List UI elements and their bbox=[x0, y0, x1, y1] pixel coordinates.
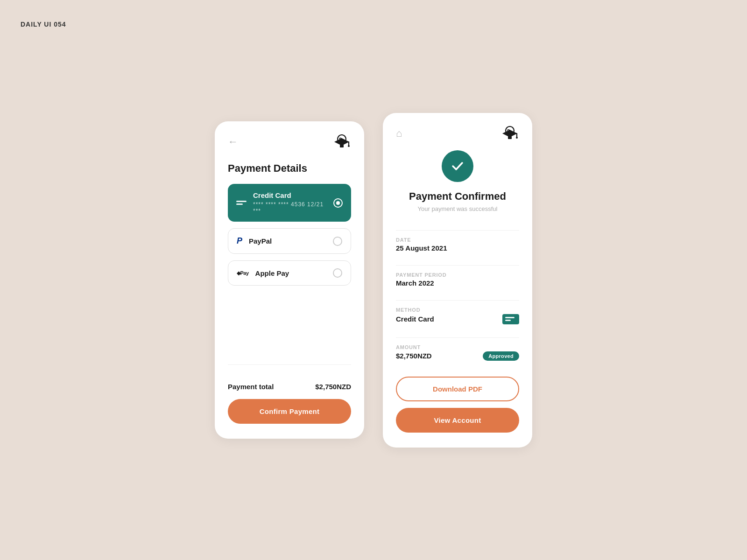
back-arrow-icon[interactable]: ← bbox=[228, 136, 238, 148]
logo-icon: $ bbox=[332, 134, 351, 149]
paypal-option[interactable]: P PayPal bbox=[228, 228, 351, 254]
home-icon[interactable]: ⌂ bbox=[396, 127, 402, 140]
left-card-header: ← $ bbox=[228, 134, 351, 149]
buttons-section: Download PDF View Account bbox=[396, 367, 519, 433]
confirmed-title: Payment Confirmed bbox=[409, 190, 506, 203]
payment-total-row: Payment total $2,750NZD bbox=[228, 371, 351, 391]
paypal-icon: P bbox=[237, 236, 242, 246]
amount-row: AMOUNT $2,750NZD Approved bbox=[396, 344, 519, 361]
details-divider-3 bbox=[396, 300, 519, 301]
total-label: Payment total bbox=[228, 383, 274, 391]
apple-pay-option[interactable]: ◆Pay Apple Pay bbox=[228, 260, 351, 286]
period-label: PAYMENT PERIOD bbox=[396, 272, 519, 278]
details-divider-2 bbox=[396, 265, 519, 266]
svg-marker-2 bbox=[334, 138, 349, 146]
logo-icon-right: $ bbox=[500, 126, 519, 141]
amount-value: $2,750NZD bbox=[396, 352, 432, 360]
svg-point-5 bbox=[348, 145, 350, 147]
details-divider-4 bbox=[396, 337, 519, 338]
total-amount: $2,750NZD bbox=[315, 383, 351, 391]
confirm-payment-button[interactable]: Confirm Payment bbox=[228, 399, 351, 424]
card-details: **** **** **** 4536 12/21 *** bbox=[253, 201, 327, 214]
method-row: METHOD Credit Card bbox=[396, 307, 519, 324]
payment-confirmed-card: ⌂ $ Payment Confirmed Your payment wa bbox=[383, 113, 532, 448]
right-card-header: ⌂ $ bbox=[396, 126, 519, 141]
total-divider bbox=[228, 364, 351, 365]
cards-container: ← $ Payment Details Credit C bbox=[0, 0, 747, 560]
paypal-label: PayPal bbox=[249, 237, 326, 245]
svg-marker-8 bbox=[502, 130, 517, 137]
date-row: DATE 25 August 2021 bbox=[396, 237, 519, 252]
details-divider-1 bbox=[396, 230, 519, 231]
apple-pay-label: Apple Pay bbox=[255, 269, 326, 277]
period-value: March 2022 bbox=[396, 279, 519, 287]
payment-details-card: ← $ Payment Details Credit C bbox=[215, 121, 364, 439]
applepay-icon: ◆Pay bbox=[237, 270, 249, 276]
page-label: DAILY UI 054 bbox=[21, 21, 66, 28]
svg-rect-9 bbox=[508, 136, 512, 139]
credit-card-label: Credit Card bbox=[253, 191, 327, 199]
download-pdf-button[interactable]: Download PDF bbox=[396, 377, 519, 401]
svg-point-11 bbox=[516, 137, 518, 139]
payment-period-row: PAYMENT PERIOD March 2022 bbox=[396, 272, 519, 287]
svg-rect-3 bbox=[340, 145, 344, 147]
confirmed-sub: Your payment was successful bbox=[418, 205, 498, 212]
date-label: DATE bbox=[396, 237, 519, 243]
credit-card-icon bbox=[236, 201, 247, 205]
page-title: Payment Details bbox=[228, 162, 351, 175]
date-value: 25 August 2021 bbox=[396, 244, 519, 252]
success-section: Payment Confirmed Your payment was succe… bbox=[396, 150, 519, 212]
credit-card-option[interactable]: Credit Card **** **** **** 4536 12/21 **… bbox=[228, 184, 351, 222]
method-card-icon bbox=[502, 314, 519, 324]
method-label: METHOD bbox=[396, 307, 519, 313]
approved-badge: Approved bbox=[483, 351, 519, 361]
amount-label: AMOUNT bbox=[396, 344, 519, 350]
paypal-radio[interactable] bbox=[333, 237, 342, 246]
method-value: Credit Card bbox=[396, 315, 434, 323]
check-circle bbox=[442, 150, 473, 182]
credit-card-radio[interactable] bbox=[333, 198, 343, 208]
view-account-button[interactable]: View Account bbox=[396, 408, 519, 433]
apple-pay-radio[interactable] bbox=[333, 268, 342, 278]
